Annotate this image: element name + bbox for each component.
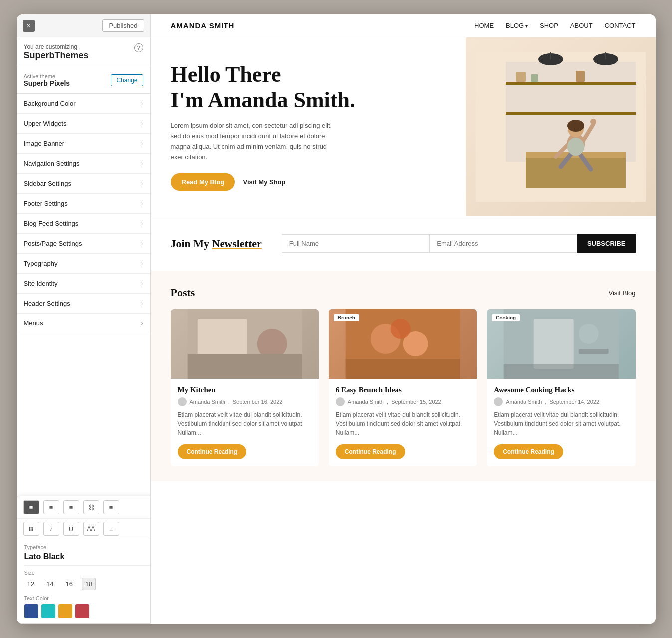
newsletter-form: SUBSCRIBE [282,234,636,253]
size-row: 12 14 16 18 › [24,578,151,590]
nav-about[interactable]: ABOUT [570,22,593,29]
continue-reading-button-2[interactable]: Continue Reading [336,444,405,459]
menu-item-background-color[interactable]: Background Color › [17,94,150,114]
size-14[interactable]: 14 [43,578,56,590]
color-swatches [24,604,151,618]
post-content-2: 6 Easy Brunch Ideas Amanda Smith, Septem… [329,379,477,466]
typography-popup: ≡ ≡ ≡ ⛓ ≡ B i U AA ≡ Typeface Lato Black… [17,496,151,624]
chevron-right-icon: › [141,140,143,147]
subscribe-button[interactable]: SUBSCRIBE [577,234,636,253]
active-theme-name: Superb Pixels [24,79,70,87]
chevron-right-icon: › [141,320,143,327]
color-swatch-red[interactable] [75,604,89,618]
align-center-tool[interactable]: ≡ [43,500,59,514]
align-right-tool[interactable]: ≡ [63,500,79,514]
menu-item-posts-page-settings[interactable]: Posts/Page Settings › [17,234,150,254]
size-16[interactable]: 16 [62,578,75,590]
menu-item-menus[interactable]: Menus › [17,314,150,333]
size-label: Size [24,570,151,576]
chevron-right-icon: › [141,180,143,187]
post-avatar-2 [336,397,345,406]
chevron-right-icon: › [141,200,143,207]
menu-item-site-identity[interactable]: Site Identity › [17,274,150,294]
active-theme-label: Active theme [24,73,70,79]
size-18[interactable]: 18 [82,578,96,590]
svg-rect-5 [531,74,538,82]
nav-blog[interactable]: BLOG [506,22,528,29]
underline-tool[interactable]: U [63,522,79,536]
read-my-blog-button[interactable]: Read My Blog [171,173,235,191]
email-address-input[interactable] [429,234,577,253]
continue-reading-button-3[interactable]: Continue Reading [494,444,563,459]
menu-item-typography[interactable]: Typography › [17,254,150,274]
post-meta-3: Amanda Smith, September 14, 2022 [494,397,628,406]
help-icon[interactable]: ? [134,43,143,52]
menu-item-image-banner[interactable]: Image Banner › [17,134,150,154]
typography-toolbar-row1: ≡ ≡ ≡ ⛓ ≡ [17,496,151,519]
hero-buttons: Read My Blog Visit My Shop [171,173,446,191]
posts-header: Posts Visit Blog [171,286,636,299]
color-swatch-orange[interactable] [58,604,72,618]
svg-rect-35 [504,364,619,379]
chevron-right-icon: › [141,160,143,167]
customizing-title: SuperbThemes [24,50,89,61]
svg-rect-2 [506,82,636,85]
align-left-tool[interactable]: ≡ [23,500,39,514]
typeface-value: Lato Black [24,552,151,566]
visit-blog-link[interactable]: Visit Blog [609,289,636,297]
hero-image-area [466,37,656,216]
svg-point-29 [390,319,410,339]
visit-my-shop-link[interactable]: Visit My Shop [243,178,285,186]
svg-rect-4 [516,72,526,82]
chevron-right-icon: › [141,120,143,127]
menu-item-sidebar-settings[interactable]: Sidebar Settings › [17,174,150,194]
svg-rect-30 [345,359,460,379]
link-tool[interactable]: ⛓ [83,500,99,514]
chevron-right-icon: › [141,220,143,227]
paragraph-tool[interactable]: ≡ [103,522,119,536]
svg-point-33 [579,324,599,344]
svg-point-18 [590,119,596,125]
nav-shop[interactable]: SHOP [540,22,558,29]
post-excerpt-1: Etiam placerat velit vitae dui blandit s… [178,410,312,437]
italic-tool[interactable]: i [43,522,59,536]
caps-tool[interactable]: AA [83,522,99,536]
site-nav-links: HOME BLOG SHOP ABOUT CONTACT [474,22,635,29]
chevron-right-icon: › [141,260,143,267]
color-swatch-teal[interactable] [41,604,55,618]
close-button[interactable]: × [23,20,35,32]
full-name-input[interactable] [282,234,430,253]
published-button[interactable]: Published [102,19,144,32]
change-theme-button[interactable]: Change [111,74,143,86]
post-card-3: Cooking Awesome Cooking Hacks Amanda Smi… [487,309,635,466]
typeface-label: Typeface [24,544,151,550]
svg-point-21 [567,138,584,156]
post-image-1 [171,309,319,379]
post-title-1: My Kitchen [178,386,312,394]
customizing-section: You are customizing SuperbThemes ? [17,37,150,67]
post-title-3: Awesome Cooking Hacks [494,386,628,394]
nav-contact[interactable]: CONTACT [605,22,636,29]
post-excerpt-2: Etiam placerat velit vitae dui blandit s… [336,410,470,437]
active-theme-section: Active theme Superb Pixels Change [17,67,150,94]
color-swatch-blue[interactable] [24,604,38,618]
menu-item-header-settings[interactable]: Header Settings › [17,294,150,314]
size-12[interactable]: 12 [24,578,37,590]
post-image-3: Cooking [487,309,635,379]
bold-tool[interactable]: B [23,522,39,536]
hero-text: Hello There I'm Amanda Smith. Lorem ipsu… [151,37,466,216]
post-excerpt-3: Etiam placerat velit vitae dui blandit s… [494,410,628,437]
typography-toolbar-row2: B i U AA ≡ [17,519,151,539]
posts-section: Posts Visit Blog My Kitchen [151,271,656,481]
continue-reading-button-1[interactable]: Continue Reading [178,444,247,459]
customizing-label: You are customizing [24,43,89,50]
menu-item-upper-widgets[interactable]: Upper Widgets › [17,114,150,134]
newsletter-section: Join My Newsletter SUBSCRIBE [151,216,656,271]
nav-home[interactable]: HOME [474,22,494,29]
chevron-right-icon: › [141,100,143,107]
menu-item-blog-feed-settings[interactable]: Blog Feed Settings › [17,214,150,234]
menu-item-navigation-settings[interactable]: Navigation Settings › [17,154,150,174]
posts-title: Posts [171,286,195,299]
list-tool[interactable]: ≡ [103,500,119,514]
menu-item-footer-settings[interactable]: Footer Settings › [17,194,150,214]
